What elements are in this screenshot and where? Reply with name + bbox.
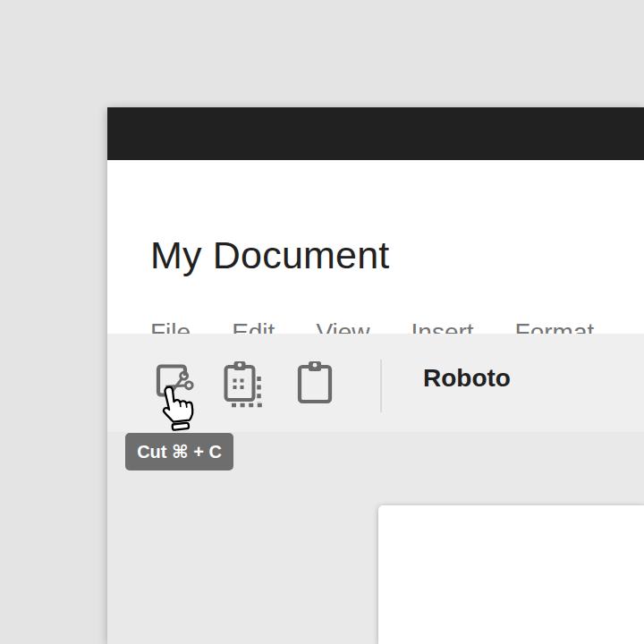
cut-tooltip: Cut ⌘ + C (125, 433, 233, 470)
paste-button[interactable] (295, 358, 336, 406)
cut-button[interactable] (154, 361, 197, 402)
document-title: My Document (150, 233, 389, 276)
app-header-bar (107, 107, 644, 160)
document-page[interactable] (378, 505, 644, 644)
toolbar: Roboto (107, 334, 644, 432)
title-panel: My Document File Edit View Insert Format (107, 160, 644, 334)
editor-window: My Document File Edit View Insert Format (107, 107, 644, 644)
cut-tooltip-label: Cut ⌘ + C (137, 441, 222, 462)
paste-special-button[interactable] (222, 358, 267, 411)
toolbar-divider (380, 360, 382, 412)
clipboard-paste-special-icon (226, 361, 263, 405)
cut-scissors-icon (158, 367, 194, 399)
clipboard-paste-icon (300, 361, 330, 402)
screen: My Document File Edit View Insert Format (0, 0, 644, 644)
font-selector[interactable]: Roboto (423, 363, 511, 394)
